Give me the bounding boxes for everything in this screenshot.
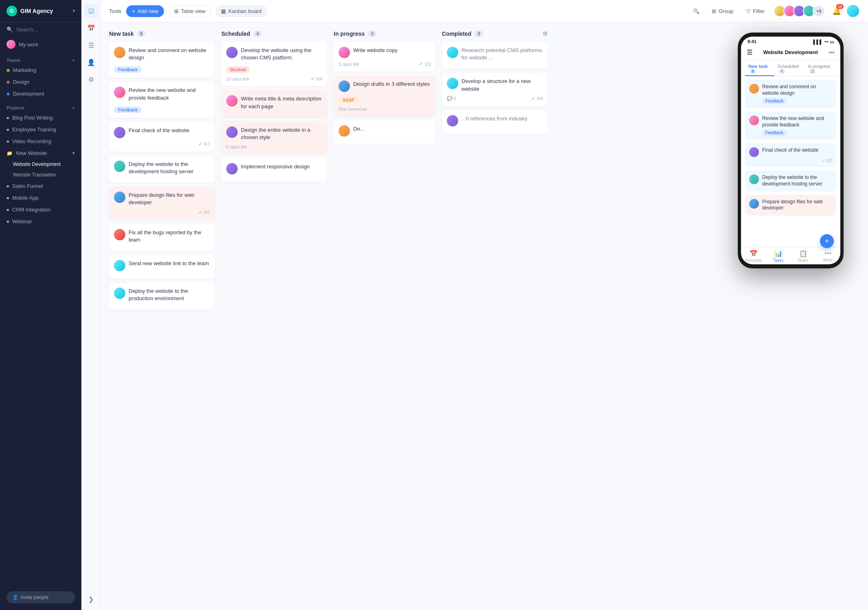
card-meta-title[interactable]: Write meta title & meta description for … bbox=[221, 90, 327, 117]
search-bar[interactable]: 🔍 Search... bbox=[0, 22, 81, 37]
icon-strip: ☑ 📅 ☰ 👤 ⚙ ❯ bbox=[81, 0, 101, 610]
in-progress-title: In progress bbox=[334, 30, 365, 37]
sidebar-item-employee-training[interactable]: ■Employee Training bbox=[0, 124, 81, 135]
card-develop-cms[interactable]: Develop the website using the chosen CMS… bbox=[221, 42, 327, 86]
mobile-card-2[interactable]: Review the new website and provide feedb… bbox=[745, 111, 836, 140]
notification-button[interactable]: 🔔 10 bbox=[830, 4, 844, 18]
card-responsive[interactable]: Implement responsive design bbox=[221, 158, 327, 182]
mobile-feedback-tag: Feedback bbox=[762, 130, 787, 136]
avatar-more[interactable]: +3 bbox=[813, 5, 825, 17]
new-task-count: 8 bbox=[137, 30, 146, 37]
mobile-tab-new-task[interactable]: New task 8 bbox=[745, 62, 774, 76]
card-title: Design drafts in 3 different styles bbox=[353, 81, 430, 92]
card-avatar bbox=[447, 78, 458, 89]
marketing-icon: ■ bbox=[7, 67, 10, 73]
sidebar: G GIM Agency ▾ 🔍 Search... My work Teams… bbox=[0, 0, 81, 610]
card-title: De... bbox=[353, 125, 364, 137]
user-avatar bbox=[7, 40, 15, 49]
card-review-new-website[interactable]: Review the new website and provide feedb… bbox=[109, 82, 215, 118]
card-references[interactable]: ...0 references from industry bbox=[442, 110, 548, 134]
mobile-tab-in-progress[interactable]: In progress 3 bbox=[805, 62, 836, 76]
add-new-button[interactable]: + Add new bbox=[126, 5, 164, 17]
add-team-icon[interactable]: + bbox=[72, 58, 75, 63]
card-research-cms[interactable]: Research potential CMS platforms for web… bbox=[442, 42, 548, 69]
sidebar-item-mobile-app[interactable]: ■Mobile App bbox=[0, 192, 81, 204]
more-icon: ••• bbox=[824, 250, 831, 257]
sidebar-item-website-translation[interactable]: Website Translation bbox=[0, 170, 81, 180]
mobile-nav-more[interactable]: ••• More bbox=[816, 250, 840, 263]
mobile-card-1[interactable]: Review and comment on website design Fee… bbox=[745, 80, 836, 108]
card-fix-bugs[interactable]: Fix all the bugs reported by the team bbox=[109, 224, 215, 251]
collapse-icon[interactable]: ❯ bbox=[84, 592, 98, 606]
sidebar-item-design[interactable]: ■ Design bbox=[0, 76, 81, 88]
mobile-nav-schedule[interactable]: 📅 Schedule bbox=[741, 250, 766, 263]
sales-icon: ■ bbox=[7, 184, 9, 188]
mobile-statusbar: 9:41 ▌▌▌ 〜 ▭ bbox=[741, 37, 840, 47]
app-chevron-icon: ▾ bbox=[72, 8, 75, 14]
tasks-icon-btn[interactable]: ☑ bbox=[84, 4, 98, 18]
sidebar-item-sales-funnel[interactable]: ■Sales Funnel bbox=[0, 180, 81, 192]
card-avatar bbox=[114, 47, 125, 58]
invite-people-button[interactable]: 👤 Invite people bbox=[7, 591, 75, 603]
feedback-tag: Feedback bbox=[114, 107, 142, 113]
card-develop-structure[interactable]: Develop a structure for a new website 💬 … bbox=[442, 73, 548, 106]
card-design-website[interactable]: Design the entire website in a chosen st… bbox=[221, 122, 327, 154]
card-review-comment[interactable]: Review and comment on website design Fee… bbox=[109, 42, 215, 78]
mobile-nav-tasks[interactable]: 📊 Tasks bbox=[766, 250, 791, 263]
person-icon-btn[interactable]: 👤 bbox=[84, 55, 98, 69]
card-deploy-prod[interactable]: Deploy the website to the production env… bbox=[109, 283, 215, 309]
sidebar-item-webinar[interactable]: ■Webinar bbox=[0, 216, 81, 227]
calendar-icon-btn[interactable]: 📅 bbox=[84, 21, 98, 35]
table-view-label: Table view bbox=[181, 8, 206, 14]
card-avatar bbox=[114, 127, 125, 138]
card-write-copy[interactable]: Write website copy 3 days left ✓ 1/3 bbox=[334, 42, 435, 72]
sidebar-item-video-recording[interactable]: ■Video Recording bbox=[0, 135, 81, 147]
card-title: Prepare design files for web developer bbox=[129, 192, 210, 206]
mobile-more-icon[interactable]: ••• bbox=[829, 49, 835, 56]
sidebar-item-new-website[interactable]: 📁 New Website ▾ bbox=[0, 147, 81, 159]
card-deploy-dev[interactable]: Deploy the website to the development ho… bbox=[109, 156, 215, 183]
search-button[interactable]: 🔍 bbox=[690, 6, 703, 17]
card-send-link[interactable]: Send new website link to the team bbox=[109, 255, 215, 279]
mobile-tab-scheduled[interactable]: Scheduled 4 bbox=[774, 62, 805, 76]
mobile-menu-icon[interactable]: ☰ bbox=[747, 48, 752, 56]
sidebar-item-marketing[interactable]: ■ Marketing bbox=[0, 64, 81, 76]
development-label: Development bbox=[13, 91, 44, 97]
card-final-check[interactable]: Final check of the website ✓ 0/7 bbox=[109, 122, 215, 152]
filter-action[interactable]: ▽ Filter bbox=[742, 6, 769, 17]
card-in-progress-3[interactable]: De... bbox=[334, 120, 435, 144]
card-avatar bbox=[114, 161, 125, 172]
sidebar-item-blog-post[interactable]: ■Blog Post Writing bbox=[0, 112, 81, 124]
notes-icon: 📋 bbox=[799, 250, 807, 257]
card-prepare-design[interactable]: Prepare design files for web developer ✓… bbox=[109, 187, 215, 220]
mobile-nav-notes[interactable]: 📋 Notes bbox=[791, 250, 816, 263]
sidebar-item-crm[interactable]: ■CRM Integration bbox=[0, 204, 81, 216]
notification-badge: 10 bbox=[836, 4, 844, 9]
card-avatar bbox=[339, 81, 350, 92]
card-design-drafts[interactable]: Design drafts in 3 different styles ASAP… bbox=[334, 76, 435, 116]
table-view-button[interactable]: ⊞ Table view bbox=[169, 5, 211, 17]
design-label: Design bbox=[13, 79, 29, 85]
my-work-item[interactable]: My work bbox=[0, 37, 81, 52]
mobile-fab-button[interactable]: + bbox=[820, 234, 834, 248]
kanban-board-button[interactable]: ▦ Kanban board bbox=[216, 5, 267, 17]
mobile-signal-icons: ▌▌▌ 〜 ▭ bbox=[813, 39, 834, 45]
sidebar-item-website-development[interactable]: Website Development bbox=[0, 159, 81, 170]
new-task-cards: Review and comment on website design Fee… bbox=[109, 42, 215, 309]
list-icon-btn[interactable]: ☰ bbox=[84, 38, 98, 52]
settings-icon-btn[interactable]: ⚙ bbox=[84, 72, 98, 86]
mobile-card-4[interactable]: Deploy the website to the development ho… bbox=[745, 170, 836, 191]
column-in-progress: In progress 3 Write website copy 3 days … bbox=[334, 30, 435, 602]
add-project-icon[interactable]: + bbox=[72, 105, 75, 110]
group-action[interactable]: ⊞ Group bbox=[708, 6, 737, 17]
user-profile-avatar[interactable] bbox=[846, 4, 860, 18]
card-avatar bbox=[114, 260, 125, 271]
column-settings-icon[interactable]: ⚙ bbox=[542, 30, 548, 37]
sidebar-item-development[interactable]: ■ Development bbox=[0, 88, 81, 100]
card-avatar bbox=[447, 47, 458, 58]
app-logo[interactable]: G GIM Agency ▾ bbox=[0, 0, 81, 22]
app-name: GIM Agency bbox=[20, 8, 53, 14]
mobile-card-5[interactable]: Prepare design files for web developer bbox=[745, 195, 836, 216]
mobile-card-3[interactable]: Final check of the website ✓ 0/7 bbox=[745, 143, 836, 167]
feedback-tag: Feedback bbox=[114, 66, 142, 73]
